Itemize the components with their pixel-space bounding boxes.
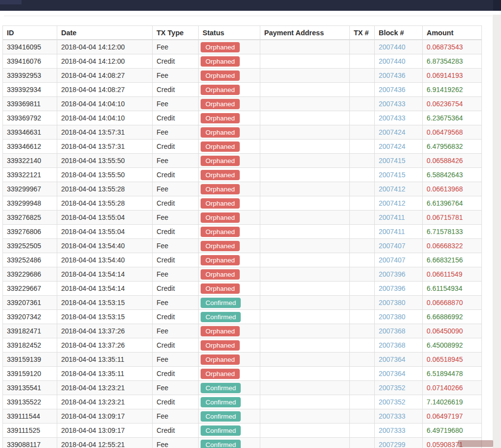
- cell-amount: 0.07140266: [423, 381, 482, 395]
- block-link[interactable]: 2007412: [379, 199, 406, 207]
- status-badge: Orphaned: [201, 326, 240, 336]
- cell-id: 339207342: [3, 310, 57, 324]
- table-row: 339322140 2018-04-04 13:55:50 Fee Orphan…: [3, 154, 482, 168]
- cell-block: 2007411: [375, 211, 423, 225]
- cell-id: 339135522: [3, 395, 57, 409]
- status-badge: Orphaned: [201, 340, 240, 351]
- block-link[interactable]: 2007411: [379, 228, 405, 236]
- block-link[interactable]: 2007380: [379, 313, 406, 321]
- block-link[interactable]: 2007424: [379, 128, 406, 136]
- block-link[interactable]: 2007436: [379, 71, 406, 79]
- status-badge: Orphaned: [201, 212, 240, 223]
- cell-date: 2018-04-04 13:53:15: [57, 296, 153, 310]
- block-link[interactable]: 2007424: [379, 142, 406, 150]
- cell-date: 2018-04-04 13:35:11: [57, 353, 153, 367]
- block-link[interactable]: 2007352: [379, 398, 406, 406]
- block-link[interactable]: 2007333: [379, 412, 406, 420]
- cell-tx-number: [350, 154, 375, 168]
- status-badge: Orphaned: [201, 141, 240, 152]
- cell-id: 339088117: [3, 438, 57, 448]
- status-badge: Orphaned: [201, 85, 240, 95]
- block-link[interactable]: 2007411: [379, 213, 405, 221]
- cell-block: 2007396: [375, 282, 423, 296]
- status-badge: Orphaned: [201, 184, 240, 194]
- cell-tx-type: Credit: [153, 282, 199, 296]
- block-link[interactable]: 2007396: [379, 284, 406, 292]
- cell-id: 339346612: [3, 140, 57, 154]
- cell-tx-type: Fee: [153, 381, 199, 395]
- cell-amount: 6.66832156: [423, 253, 482, 267]
- block-link[interactable]: 2007364: [379, 355, 406, 363]
- cell-payment-address: [260, 395, 350, 409]
- block-link[interactable]: 2007396: [379, 270, 406, 278]
- cell-status: Orphaned: [199, 239, 260, 253]
- block-link[interactable]: 2007368: [379, 327, 406, 335]
- block-link[interactable]: 2007380: [379, 299, 406, 307]
- block-link[interactable]: 2007433: [379, 114, 406, 122]
- cell-block: 2007436: [375, 69, 423, 83]
- block-link[interactable]: 2007407: [379, 242, 406, 250]
- cell-status: Orphaned: [199, 211, 260, 225]
- cell-payment-address: [260, 54, 350, 69]
- cell-id: 339159139: [3, 353, 57, 367]
- navbar-right-shade: [493, 0, 501, 11]
- cell-payment-address: [260, 438, 350, 448]
- cell-tx-number: [350, 211, 375, 225]
- cell-tx-type: Credit: [153, 111, 199, 125]
- navbar-tab-notch: [0, 0, 22, 4]
- status-badge: Orphaned: [201, 156, 240, 166]
- block-link[interactable]: 2007412: [379, 185, 406, 193]
- status-badge: Confirmed: [201, 312, 241, 322]
- cell-amount: 0.06588426: [423, 154, 482, 168]
- block-link[interactable]: 2007440: [379, 57, 406, 65]
- status-badge: Confirmed: [201, 397, 241, 407]
- cell-block: 2007440: [375, 54, 423, 69]
- cell-block: 2007433: [375, 97, 423, 111]
- cell-date: 2018-04-04 13:57:31: [57, 140, 153, 154]
- cell-status: Orphaned: [199, 125, 260, 140]
- cell-tx-type: Fee: [153, 409, 199, 424]
- transactions-table: ID Date TX Type Status Payment Address T…: [2, 25, 482, 448]
- block-link[interactable]: 2007433: [379, 100, 406, 108]
- cell-date: 2018-04-04 13:57:31: [57, 125, 153, 140]
- cell-status: Orphaned: [199, 168, 260, 182]
- status-badge: Orphaned: [201, 283, 240, 294]
- cell-date: 2018-04-04 13:37:26: [57, 338, 153, 353]
- cell-status: Orphaned: [199, 282, 260, 296]
- block-link[interactable]: 2007407: [379, 256, 406, 264]
- table-row: 339182471 2018-04-04 13:37:26 Fee Orphan…: [3, 324, 482, 338]
- block-link[interactable]: 2007299: [379, 441, 406, 448]
- table-row: 339346612 2018-04-04 13:57:31 Credit Orp…: [3, 140, 482, 154]
- cell-date: 2018-04-04 13:55:04: [57, 211, 153, 225]
- cell-status: Orphaned: [199, 54, 260, 69]
- status-badge: Orphaned: [201, 354, 240, 365]
- table-row: 339369811 2018-04-04 14:04:10 Fee Orphan…: [3, 97, 482, 111]
- cell-block: 2007380: [375, 310, 423, 324]
- block-link[interactable]: 2007368: [379, 341, 406, 349]
- status-badge: Orphaned: [201, 56, 240, 67]
- status-badge: Orphaned: [201, 99, 240, 109]
- block-link[interactable]: 2007436: [379, 86, 406, 94]
- cell-date: 2018-04-04 13:53:15: [57, 310, 153, 324]
- cell-payment-address: [260, 182, 350, 196]
- block-link[interactable]: 2007440: [379, 43, 406, 51]
- block-link[interactable]: 2007352: [379, 384, 406, 392]
- cell-amount: 0.06236754: [423, 97, 482, 111]
- cell-block: 2007396: [375, 267, 423, 282]
- scrollbar-track[interactable]: [493, 15, 501, 448]
- cell-id: 339392953: [3, 69, 57, 83]
- block-link[interactable]: 2007333: [379, 426, 406, 434]
- cell-id: 339111544: [3, 409, 57, 424]
- block-link[interactable]: 2007415: [379, 157, 406, 165]
- status-badge: Orphaned: [201, 369, 240, 379]
- table-row: 339299948 2018-04-04 13:55:28 Credit Orp…: [3, 196, 482, 211]
- cell-tx-type: Credit: [153, 253, 199, 267]
- cell-payment-address: [260, 324, 350, 338]
- block-link[interactable]: 2007415: [379, 171, 406, 179]
- cell-payment-address: [260, 168, 350, 182]
- cell-id: 339207361: [3, 296, 57, 310]
- block-link[interactable]: 2007364: [379, 370, 406, 377]
- cell-tx-number: [350, 424, 375, 438]
- status-badge: Confirmed: [201, 440, 241, 448]
- cell-tx-type: Fee: [153, 296, 199, 310]
